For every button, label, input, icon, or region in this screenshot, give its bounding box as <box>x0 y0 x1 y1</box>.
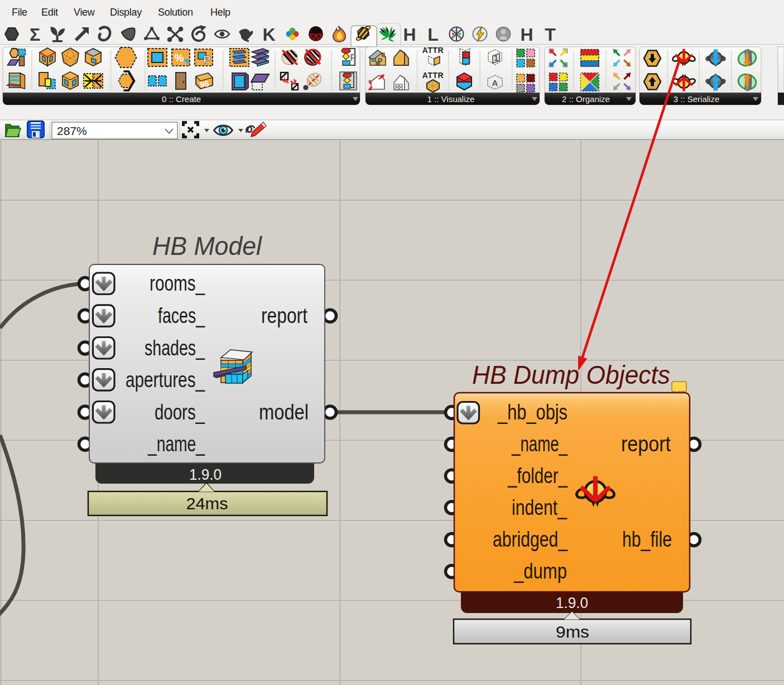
svg-text:9ms: 9ms <box>556 623 589 641</box>
svg-text:P: P <box>203 54 210 66</box>
svg-text:View: View <box>74 7 95 18</box>
svg-text:report: report <box>621 432 671 456</box>
svg-text:ATTR: ATTR <box>422 46 444 55</box>
svg-text:_name_: _name_ <box>511 432 567 456</box>
svg-text:A: A <box>492 78 498 88</box>
svg-text:abridged_: abridged_ <box>493 528 568 551</box>
svg-text:_folder_: _folder_ <box>507 464 567 488</box>
svg-text:24ms: 24ms <box>186 494 228 513</box>
svg-text:hb_file: hb_file <box>622 528 672 551</box>
svg-text:doors_: doors_ <box>155 401 205 424</box>
svg-text:HB Model: HB Model <box>152 231 263 261</box>
svg-text:K: K <box>262 25 275 45</box>
svg-text:3 :: Serialize: 3 :: Serialize <box>674 94 720 104</box>
svg-text:T: T <box>545 25 556 45</box>
svg-text:1.9.0: 1.9.0 <box>556 594 588 611</box>
svg-text:model: model <box>259 401 309 424</box>
svg-text:_dump: _dump <box>513 559 567 583</box>
svg-text:0 :: Create: 0 :: Create <box>162 94 201 104</box>
svg-text:indent_: indent_ <box>512 496 567 519</box>
svg-text:287%: 287% <box>57 124 87 137</box>
svg-text:HB Dump Objects: HB Dump Objects <box>472 360 670 389</box>
svg-text:shades_: shades_ <box>145 336 205 360</box>
svg-text:2 :: Organize: 2 :: Organize <box>562 94 610 104</box>
svg-text:File: File <box>12 7 27 18</box>
svg-text:_name_: _name_ <box>147 432 205 456</box>
svg-text:Help: Help <box>210 7 230 18</box>
svg-text:H: H <box>403 25 416 45</box>
svg-text:Solution: Solution <box>158 7 193 18</box>
svg-text:_hb_objs: _hb_objs <box>497 401 567 424</box>
svg-text:%: % <box>175 52 184 64</box>
svg-text:L: L <box>427 25 439 45</box>
svg-text:P: P <box>350 52 356 63</box>
svg-text:H: H <box>520 25 533 45</box>
svg-text:Display: Display <box>110 7 142 18</box>
svg-text:Edit: Edit <box>41 7 58 18</box>
svg-text:report: report <box>261 304 307 327</box>
svg-text:96: 96 <box>199 79 210 89</box>
svg-text:Σ: Σ <box>30 25 40 45</box>
svg-text:1: 1 <box>494 53 498 62</box>
svg-text:1 :: Visualize: 1 :: Visualize <box>427 94 475 104</box>
svg-text:faces_: faces_ <box>158 304 205 327</box>
svg-text:rooms_: rooms_ <box>150 272 205 295</box>
svg-text:ATTR: ATTR <box>422 71 444 80</box>
svg-text:apertures_: apertures_ <box>126 368 205 392</box>
svg-text:1.9.0: 1.9.0 <box>189 466 222 483</box>
